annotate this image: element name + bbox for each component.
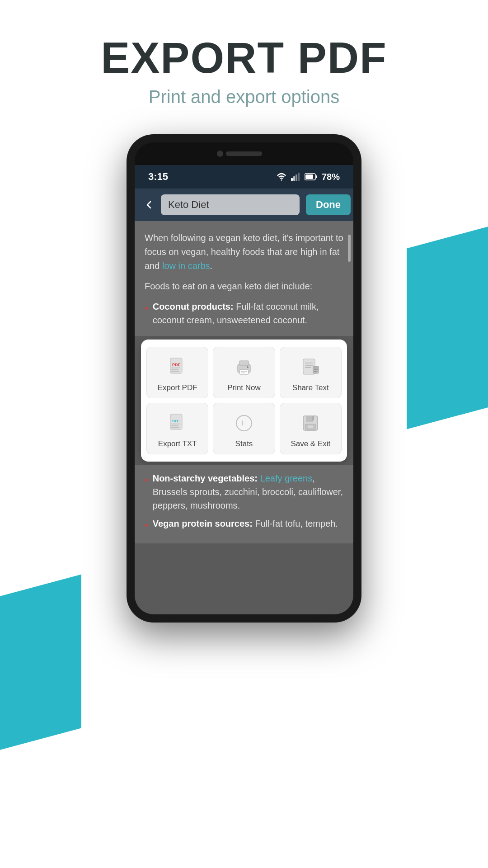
save-exit-label: Save & Exit <box>291 439 330 448</box>
sub-title: Print and export options <box>0 87 488 107</box>
stats-button[interactable]: i Stats <box>213 403 275 454</box>
svg-rect-32 <box>171 427 179 428</box>
export-txt-label: Export TXT <box>158 439 197 448</box>
signal-icon <box>291 173 300 181</box>
share-text-label: Share Text <box>292 383 329 392</box>
svg-rect-12 <box>171 369 178 370</box>
share-text-icon <box>299 355 322 379</box>
svg-rect-6 <box>305 175 313 179</box>
content-main: When following a vegan keto diet, it's i… <box>135 221 353 336</box>
bullet-dot-3: • <box>145 518 148 533</box>
svg-rect-4 <box>298 173 300 181</box>
export-pdf-label: Export PDF <box>158 383 197 392</box>
bullet-2-content: Non-starchy vegetables: Leafy greens, Br… <box>153 472 343 512</box>
print-now-label: Print Now <box>227 383 261 392</box>
bullet-3-content: Vegan protein sources: Full-fat tofu, te… <box>153 517 338 530</box>
svg-rect-39 <box>308 425 313 428</box>
phone-screen: 3:15 <box>135 165 353 614</box>
bullet-coconut: • Coconut products: Full-fat coconut mil… <box>145 300 343 327</box>
svg-rect-3 <box>296 175 297 181</box>
svg-rect-31 <box>171 425 178 426</box>
phone-camera <box>217 151 223 157</box>
svg-rect-36 <box>306 416 313 422</box>
export-pdf-button[interactable]: PDF Export PDF <box>146 347 208 398</box>
bullet-vegetables: • Non-starchy vegetables: Leafy greens, … <box>145 472 343 512</box>
scrollbar[interactable] <box>348 235 351 262</box>
battery-icon <box>305 173 317 180</box>
status-icons: 78% <box>277 172 340 182</box>
stats-icon: i <box>232 411 256 435</box>
svg-rect-30 <box>171 424 180 425</box>
export-menu: PDF Export PDF <box>141 340 347 462</box>
app-toolbar: Done <box>135 189 353 221</box>
txt-icon: TXT <box>166 411 189 435</box>
bullet-3-bold: Vegan protein sources: <box>153 519 253 528</box>
bullet-dot-1: • <box>145 301 148 316</box>
save-icon <box>299 411 322 435</box>
svg-point-0 <box>281 179 282 181</box>
print-icon <box>232 355 256 379</box>
svg-point-33 <box>236 415 252 431</box>
main-title: EXPORT PDF <box>0 36 488 80</box>
status-time: 3:15 <box>148 171 168 183</box>
stats-label: Stats <box>235 439 253 448</box>
paragraph-1-end: . <box>210 261 213 271</box>
link-low-carbs[interactable]: low in carbs <box>162 261 210 271</box>
print-now-button[interactable]: Print Now <box>213 347 275 398</box>
svg-rect-23 <box>305 367 311 368</box>
phone-wrapper: 3:15 <box>0 134 488 623</box>
svg-rect-22 <box>305 365 313 366</box>
content-area: When following a vegan keto diet, it's i… <box>135 221 353 614</box>
svg-rect-18 <box>241 373 245 373</box>
pdf-icon: PDF <box>166 355 189 379</box>
svg-rect-17 <box>241 371 247 372</box>
header-section: EXPORT PDF Print and export options <box>0 0 488 107</box>
share-text-button[interactable]: Share Text <box>280 347 342 398</box>
svg-text:i: i <box>242 419 244 427</box>
export-txt-button[interactable]: TXT Export TXT <box>146 403 208 454</box>
svg-text:PDF: PDF <box>172 363 181 367</box>
battery-percent: 78% <box>322 172 340 182</box>
done-button[interactable]: Done <box>306 194 351 215</box>
bullet-dot-2: • <box>145 472 148 487</box>
back-button[interactable] <box>144 195 155 215</box>
bullet-protein: • Vegan protein sources: Full-fat tofu, … <box>145 517 343 533</box>
svg-rect-2 <box>293 176 295 181</box>
svg-rect-21 <box>305 363 313 363</box>
status-bar: 3:15 <box>135 165 353 189</box>
svg-rect-11 <box>171 368 180 368</box>
paragraph-1: When following a vegan keto diet, it's i… <box>145 231 343 273</box>
bullet-2-link[interactable]: Leafy greens <box>258 473 312 483</box>
bullet-1-bold: Coconut products: <box>153 302 234 311</box>
bottom-content: • Non-starchy vegetables: Leafy greens, … <box>135 465 353 543</box>
phone-device: 3:15 <box>127 134 361 623</box>
phone-speaker <box>226 151 262 156</box>
svg-rect-37 <box>312 416 314 420</box>
svg-rect-16 <box>239 370 249 374</box>
svg-rect-7 <box>316 175 317 178</box>
save-exit-button[interactable]: Save & Exit <box>280 403 342 454</box>
svg-rect-13 <box>171 371 179 372</box>
export-grid: PDF Export PDF <box>146 347 342 454</box>
bullet-1-content: Coconut products: Full-fat coconut milk,… <box>153 300 343 327</box>
svg-point-19 <box>247 366 249 368</box>
paragraph-2: Foods to eat on a vegan keto diet includ… <box>145 279 343 293</box>
bullet-2-bold: Non-starchy vegetables: <box>153 473 258 483</box>
bullet-3-text: Full-fat tofu, tempeh. <box>253 519 338 528</box>
svg-rect-15 <box>239 361 249 365</box>
svg-text:TXT: TXT <box>172 419 178 423</box>
svg-rect-1 <box>291 178 293 181</box>
wifi-icon <box>277 173 286 181</box>
phone-notch <box>135 142 353 165</box>
title-input[interactable] <box>161 194 300 215</box>
